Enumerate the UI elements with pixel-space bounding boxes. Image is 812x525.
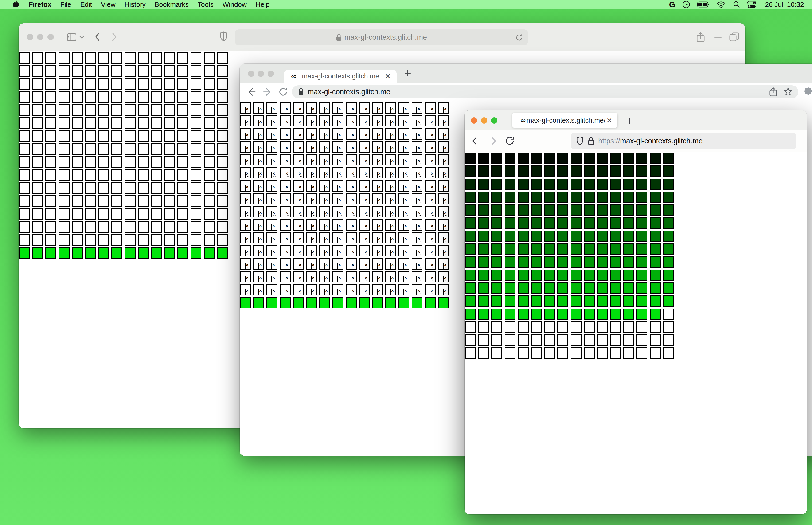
menubar-app-name[interactable]: Firefox [29, 1, 51, 9]
broken-image-icon: × [298, 185, 304, 192]
canvas-cell [125, 130, 136, 142]
new-tab-icon[interactable] [714, 33, 722, 42]
star-icon[interactable] [783, 87, 793, 96]
broken-image-icon: × [416, 276, 423, 283]
canvas-cell [584, 270, 595, 281]
canvas-row [19, 104, 230, 117]
forward-icon[interactable] [111, 32, 118, 42]
canvas-cell: × [438, 258, 449, 270]
minimize-button[interactable] [37, 34, 44, 40]
close-button[interactable] [471, 117, 477, 124]
menu-view[interactable]: View [101, 1, 116, 9]
broken-image-icon: × [403, 146, 409, 152]
close-button[interactable] [27, 34, 33, 40]
canvas-cell [571, 243, 582, 255]
broken-image-icon: × [245, 198, 251, 205]
canvas-cell [505, 152, 516, 164]
new-tab-button[interactable]: + [404, 66, 411, 80]
close-button[interactable] [248, 71, 254, 77]
reload-icon[interactable] [515, 33, 523, 42]
broken-image-icon: × [430, 198, 436, 205]
battery-charging-icon[interactable] [698, 1, 709, 8]
address-bar[interactable]: max-gl-contexts.glitch.me [292, 85, 798, 99]
canvas-cell: × [306, 206, 317, 217]
canvas-cell [465, 165, 476, 177]
canvas-cell [518, 192, 528, 203]
canvas-cell [623, 270, 634, 281]
desktop: { "menu_bar": { "app_name": "Firefox", "… [0, 0, 812, 525]
canvas-cell [650, 243, 661, 255]
canvas-cell [85, 221, 96, 232]
canvas-cell [491, 296, 502, 307]
extensions-puzzle-icon[interactable] [803, 87, 812, 97]
address-bar[interactable]: https://max-gl-contexts.glitch.me [571, 133, 796, 149]
canvas-cell: × [319, 141, 330, 152]
menu-help[interactable]: Help [256, 1, 270, 9]
canvas-cell [610, 283, 621, 294]
zoom-button[interactable] [47, 34, 54, 40]
canvas-cell [98, 143, 109, 155]
canvas-cell: × [372, 167, 383, 178]
menu-window[interactable]: Window [223, 1, 247, 9]
reload-icon[interactable] [504, 135, 515, 146]
broken-image-icon: × [298, 263, 304, 270]
play-circle-icon[interactable] [682, 0, 690, 9]
canvas-cell [204, 195, 215, 207]
tab-close-icon[interactable]: ✕ [607, 116, 612, 124]
google-g-icon[interactable]: G [669, 0, 675, 9]
canvas-cell: × [385, 128, 396, 139]
back-icon[interactable] [470, 136, 481, 146]
chrome-toolbar: max-gl-contexts.glitch.me [240, 83, 812, 101]
canvas-cell [111, 195, 122, 207]
firefox-active-tab[interactable]: ∞ max-gl-contexts.glitch.me/ ✕ [512, 113, 617, 128]
minimize-button[interactable] [258, 71, 264, 77]
canvas-cell [571, 270, 582, 281]
canvas-cell: × [438, 128, 449, 139]
chevron-down-icon[interactable] [79, 35, 85, 39]
canvas-cell [571, 283, 582, 294]
broken-image-icon: × [377, 185, 383, 192]
broken-image-icon: × [364, 133, 370, 139]
menu-edit[interactable]: Edit [80, 1, 92, 9]
canvas-cell [597, 270, 608, 281]
zoom-button[interactable] [267, 71, 274, 77]
broken-image-icon: × [324, 107, 330, 114]
broken-image-icon: × [258, 237, 264, 243]
sidebar-icon[interactable] [67, 33, 76, 41]
menu-tools[interactable]: Tools [198, 1, 214, 9]
address-bar[interactable]: max-gl-contexts.glitch.me [235, 29, 528, 45]
share-icon[interactable] [696, 32, 705, 43]
wifi-icon[interactable] [717, 1, 725, 8]
back-icon[interactable] [94, 32, 100, 42]
chrome-active-tab[interactable]: ∞ max-gl-contexts.glitch.me ✕ [284, 70, 397, 83]
canvas-cell [505, 230, 516, 242]
canvas-cell [650, 296, 661, 307]
canvas-cell [663, 309, 674, 320]
zoom-button[interactable] [491, 117, 497, 124]
canvas-cell [650, 270, 661, 281]
back-icon[interactable] [246, 87, 257, 97]
broken-image-icon: × [285, 237, 291, 243]
apple-icon[interactable] [12, 0, 19, 9]
tab-overview-icon[interactable] [729, 32, 739, 42]
canvas-cell [217, 52, 228, 64]
menu-file[interactable]: File [60, 1, 72, 9]
menu-history[interactable]: History [124, 1, 146, 9]
reload-icon[interactable] [278, 87, 288, 97]
canvas-cell [518, 283, 528, 294]
shield-icon[interactable] [220, 31, 228, 42]
forward-icon[interactable] [488, 136, 498, 146]
new-tab-button[interactable]: + [626, 114, 633, 127]
share-icon[interactable] [769, 87, 777, 97]
control-center-icon[interactable] [747, 1, 756, 8]
shield-icon[interactable] [576, 136, 584, 146]
broken-image-icon: × [258, 263, 264, 270]
menubar-clock: 26 Jul 10:32 [765, 1, 804, 9]
canvas-cell [204, 91, 215, 103]
search-icon[interactable] [733, 1, 740, 8]
canvas-cell [151, 221, 162, 232]
menu-bookmarks[interactable]: Bookmarks [155, 1, 189, 9]
tab-close-icon[interactable]: ✕ [385, 72, 391, 81]
minimize-button[interactable] [481, 117, 487, 124]
forward-icon[interactable] [262, 87, 273, 97]
